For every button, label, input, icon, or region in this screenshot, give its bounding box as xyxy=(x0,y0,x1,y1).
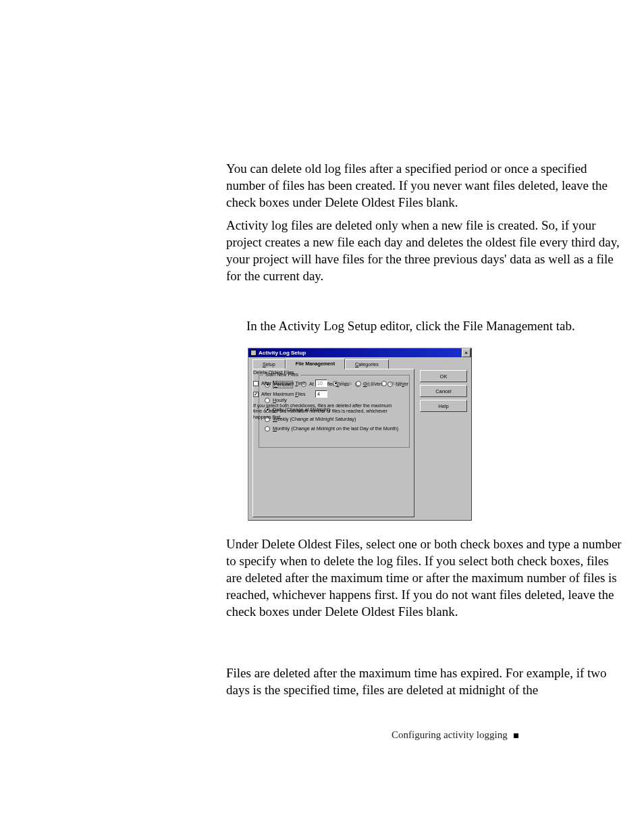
max-files-input[interactable]: 4 xyxy=(315,390,327,398)
activity-log-setup-dialog: Activity Log Setup × Setup File Manageme… xyxy=(248,348,472,521)
delete-note: If you select both checkboxes, files are… xyxy=(253,403,395,420)
page-footer: Configuring activity logging xyxy=(392,729,518,741)
dialog-titlebar[interactable]: Activity Log Setup × xyxy=(248,348,471,357)
radio-icon xyxy=(356,381,361,386)
dialog-buttons: OK Cancel Help xyxy=(420,370,467,415)
tab-setup-label: etup xyxy=(266,361,275,367)
tab-categories[interactable]: Categories xyxy=(345,359,389,369)
tab-categories-label: ategories xyxy=(358,361,379,367)
radio-months: Months xyxy=(381,380,406,386)
radio-icon xyxy=(333,381,338,386)
file-management-panel: Start New Files Periodic At Specified Ti… xyxy=(252,369,414,517)
radio-days: Days xyxy=(333,380,352,386)
app-icon xyxy=(250,350,257,356)
radio-monthly[interactable]: Monthly (Change at Midnight on the last … xyxy=(265,425,398,432)
radio-icon xyxy=(265,426,270,432)
max-time-input[interactable]: 10 xyxy=(315,380,327,387)
tabstrip: Setup File Management Categories xyxy=(252,359,389,369)
dialog-title: Activity Log Setup xyxy=(259,348,306,357)
footer-bullet-icon xyxy=(514,733,518,738)
paragraph-2: Activity log files are deleted only when… xyxy=(226,217,624,284)
paragraph-3: Under Delete Oldest Files, select one or… xyxy=(226,536,624,620)
ok-button[interactable]: OK xyxy=(420,370,467,382)
radio-hourly[interactable]: Hourly xyxy=(265,397,287,403)
checkbox-after-max-time[interactable]: After Maximum Time xyxy=(253,380,306,386)
close-icon[interactable]: × xyxy=(462,348,471,357)
cancel-button[interactable]: Cancel xyxy=(420,385,467,397)
help-button[interactable]: Help xyxy=(420,400,467,412)
tab-file-management[interactable]: File Management xyxy=(286,359,345,369)
checkbox-icon xyxy=(253,392,259,397)
checkbox-icon xyxy=(253,381,259,386)
paragraph-4: Files are deleted after the maximum time… xyxy=(226,664,624,698)
checkbox-after-max-files[interactable]: After Maximum Files xyxy=(253,391,306,397)
delete-oldest-legend: Delete Oldest Files xyxy=(253,369,294,375)
footer-text: Configuring activity logging xyxy=(392,729,508,740)
dialog-body: Setup File Management Categories Start N… xyxy=(248,357,471,520)
paragraph-1: You can delete old log files after a spe… xyxy=(226,160,624,211)
radio-weeks: Weeks xyxy=(356,380,379,386)
instruction-text: In the Activity Log Setup editor, click … xyxy=(246,317,624,334)
radio-icon xyxy=(381,381,387,386)
page: You can delete old log files after a spe… xyxy=(0,0,644,834)
tab-setup[interactable]: Setup xyxy=(252,359,286,369)
radio-icon xyxy=(265,398,270,403)
